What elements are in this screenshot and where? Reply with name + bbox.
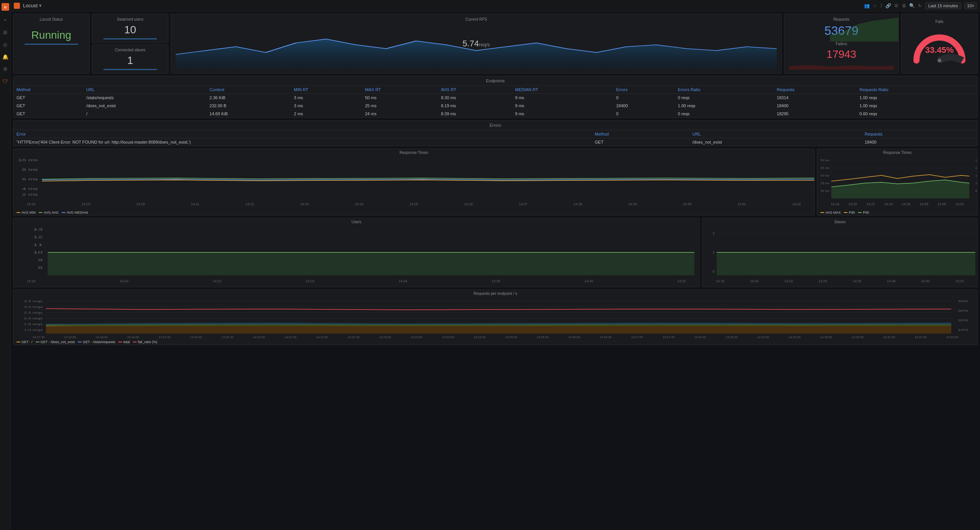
search-icon[interactable]: 🔍	[909, 3, 915, 8]
svg-text:50 ms: 50 ms	[821, 159, 830, 162]
sidebar: G + ⊞ ◎ 🔔 ⚙ 🛡	[0, 0, 11, 530]
response-times-chart1: Response Times	[13, 149, 815, 216]
rt2-x-labels: 14:1814:2014:2214:2414:2614:2814:3014:32	[817, 202, 977, 206]
legend-avg-avg-dot	[39, 212, 42, 213]
link-icon[interactable]: 🔗	[885, 3, 891, 8]
svg-text:12 ms: 12 ms	[975, 174, 977, 177]
legend-p95: P95	[844, 211, 855, 214]
rps-panel: Current RPS 5.74req/s	[171, 14, 782, 74]
gauge-container: 33.45%	[909, 26, 970, 68]
connected-slaves-title: Connected slaves	[97, 48, 163, 52]
legend-fail-ratio-dot	[133, 342, 137, 342]
svg-text:45 ms: 45 ms	[821, 166, 830, 170]
refresh-icon[interactable]: ↻	[918, 3, 922, 8]
list-item: 18400	[862, 138, 977, 146]
fails-title: Fails	[935, 20, 943, 24]
rps-value: 5.74req/s	[462, 39, 490, 49]
list-item: 0	[613, 110, 675, 118]
response-times-chart2: Response Times 50 ms	[817, 149, 978, 216]
star-icon[interactable]: ☆	[873, 3, 877, 8]
rt-chart1-title: Response Times	[13, 149, 814, 156]
list-item: 8.39 ms	[438, 110, 512, 118]
share-icon[interactable]: 👥	[864, 3, 870, 8]
list-item: 2 ms	[291, 110, 362, 118]
bottom-chart-title: Requests per endpoint / s	[13, 290, 977, 297]
time-range-picker[interactable]: Last 15 minutes	[925, 2, 962, 9]
bottom-chart-area: 3.5 reqs 3.0 reqs 2.5 reqs 2.0 reqs 1.5 …	[13, 297, 977, 339]
svg-text:1.0 reqs: 1.0 reqs	[24, 328, 43, 332]
legend-fail-ratio: fail_ratio (%)	[133, 340, 157, 344]
legend-get-stats: GET - /stats/requests	[78, 340, 115, 344]
bottom-x-labels: 14:17:30 14:18:00 14:18:30 14:19:00 14:1…	[13, 335, 977, 339]
svg-text:4 ms: 4 ms	[22, 187, 38, 191]
sidebar-explore-icon[interactable]: ◎	[2, 41, 8, 47]
list-item: 14.69 KiB	[206, 110, 291, 118]
legend-total-dot	[118, 342, 122, 342]
zoom-level[interactable]: 10×	[964, 2, 977, 9]
svg-text:30 ms: 30 ms	[821, 189, 830, 193]
failers-chart	[789, 62, 894, 70]
list-item: GET	[592, 138, 689, 146]
app-logo[interactable]: G	[2, 3, 9, 11]
list-item: GET	[13, 110, 83, 118]
svg-text:6 ms: 6 ms	[22, 177, 38, 181]
legend-p50-dot	[858, 212, 862, 213]
slaves-title: Slaves	[702, 218, 977, 226]
svg-text:2 ms: 2 ms	[22, 193, 38, 196]
list-item: 232.00 B	[206, 102, 291, 110]
sidebar-grid-icon[interactable]: ⊞	[2, 29, 8, 35]
main-content: Locust ▾ 👥 ☆ ⤴ 🔗 ⚙ 🖥 🔍 ↻ Last 15 minutes…	[11, 0, 980, 530]
col-requests: Requests	[774, 86, 856, 94]
users-x-labels: 14:1814:2014:2214:2414:2614:2814:3014:32	[13, 279, 699, 283]
rt-chart2-area: 50 ms 45 ms 40 ms 35 ms 30 ms 16 ms 14 m…	[817, 156, 977, 210]
errors-tbody: "HTTPError('404 Client Error: NOT FOUND …	[13, 138, 977, 146]
bottom-chart-legend: GET - / GET - /does_not_exist GET - /sta…	[13, 339, 977, 345]
svg-text:30%: 30%	[958, 309, 968, 312]
svg-text:8 ms: 8 ms	[22, 168, 38, 172]
list-item: 9 ms	[512, 102, 613, 110]
sidebar-settings-icon[interactable]: ⚙	[2, 66, 8, 72]
legend-get-slash: GET - /	[16, 340, 33, 344]
svg-text:3.5 reqs: 3.5 reqs	[24, 299, 43, 303]
sidebar-add-icon[interactable]: +	[2, 17, 8, 23]
swarmed-users-panel: Swarmed users 10	[92, 14, 168, 43]
list-item: 8.30 ms	[438, 94, 512, 102]
swarmed-users-title: Swarmed users	[97, 17, 163, 21]
legend-avg-min-dot	[16, 212, 20, 213]
col-url: URL	[83, 86, 206, 94]
errors-header-row: Error Method URL Requests	[13, 130, 977, 138]
failers-title: Failers	[789, 42, 894, 46]
export-icon[interactable]: ⤴	[880, 3, 882, 8]
sidebar-shield-icon[interactable]: 🛡	[2, 78, 8, 84]
slaves-x-labels: 14:1814:2014:2214:2414:2614:2814:3014:32	[702, 279, 977, 283]
list-item: /	[83, 110, 206, 118]
list-item: 0.60 reqs	[856, 110, 977, 118]
legend-avg-min: AVG MIN	[16, 211, 36, 214]
locust-status-title: Locust Status	[18, 17, 85, 21]
slaves-svg: 2 1 0	[702, 226, 977, 279]
sidebar-alert-icon[interactable]: 🔔	[2, 54, 8, 60]
list-item: 50 ms	[362, 94, 438, 102]
svg-text:10 ms: 10 ms	[18, 158, 38, 162]
list-item: 8.19 ms	[438, 102, 512, 110]
legend-avg-median: AVG MEDIAN	[62, 211, 88, 214]
list-item: /does_not_exist	[83, 102, 206, 110]
svg-text:8 ms: 8 ms	[975, 189, 977, 193]
title-dropdown[interactable]: ▾	[39, 3, 42, 8]
legend-get-dne: GET - /does_not_exist	[36, 340, 75, 344]
col-requests-ratio: Requests Ratio	[856, 86, 977, 94]
endpoints-section: Endpoints Method URL Content MIN RT MAX …	[13, 76, 978, 118]
legend-p50: P50	[858, 211, 869, 214]
legend-avg-avg: AVG AVG	[39, 211, 59, 214]
dashboard-content: Locust Status Running Swarmed users 10 C…	[11, 11, 980, 530]
svg-text:20%: 20%	[958, 319, 968, 322]
monitor-icon[interactable]: 🖥	[902, 3, 906, 8]
title-text: Locust	[23, 3, 38, 8]
col-err-method: Method	[592, 130, 689, 138]
swarmed-panel: Swarmed users 10 Connected slaves 1	[92, 14, 168, 74]
grafana-icon	[14, 3, 20, 9]
col-min-rt: MIN RT	[291, 86, 362, 94]
settings-icon[interactable]: ⚙	[894, 3, 898, 8]
list-item: 25 ms	[362, 102, 438, 110]
slaves-chart: Slaves 2 1 0 14:181	[702, 218, 978, 287]
